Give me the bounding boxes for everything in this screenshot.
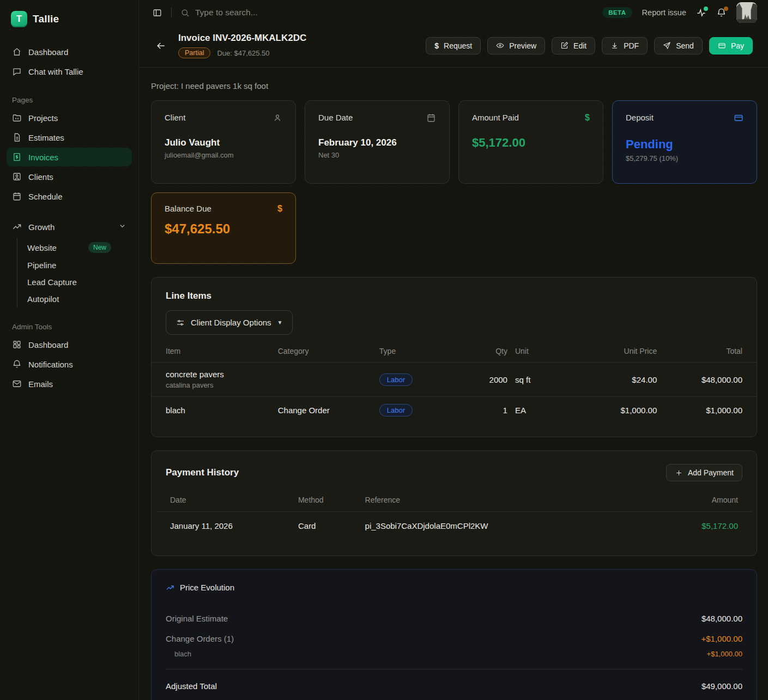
tallie-logo-icon: T <box>11 11 27 27</box>
back-button[interactable] <box>155 40 166 51</box>
price-evolution-section: Price Evolution Original Estimate $48,00… <box>151 569 757 700</box>
send-plane-icon <box>663 41 671 50</box>
edit-pen-icon <box>560 41 569 50</box>
request-button[interactable]: $ Request <box>426 37 481 55</box>
payment-method: Card <box>298 521 365 530</box>
table-row[interactable]: blach Change Order Labor 1 EA $1,000.00 … <box>152 397 757 424</box>
global-search <box>180 8 602 17</box>
edit-button[interactable]: Edit <box>552 37 595 55</box>
client-name: Julio Vaught <box>165 137 282 148</box>
sidebar-item-label: Clients <box>28 172 53 182</box>
item-name: concrete pavers <box>166 370 224 379</box>
sidebar-item-website[interactable]: Website New <box>17 238 132 257</box>
activity-status-button[interactable] <box>696 8 706 18</box>
sidebar-item-growth[interactable]: Growth <box>7 218 132 236</box>
sidebar-item-autopilot[interactable]: Autopilot <box>17 291 132 307</box>
topbar: BETA Report issue <box>139 0 768 25</box>
sidebar-item-label: Invoices <box>28 153 58 162</box>
sidebar-item-notifications[interactable]: Notifications <box>7 355 132 373</box>
dollar-icon: $ <box>585 113 590 123</box>
sidebar-item-clients[interactable]: Clients <box>7 167 132 186</box>
table-row: January 11, 2026 Card pi_3Sobi7CaXDjdola… <box>156 512 752 536</box>
change-orders-row: Change Orders (1) +$1,000.00 <box>166 634 742 643</box>
layout-grid-icon <box>12 340 22 349</box>
search-input[interactable] <box>195 8 424 17</box>
sidebar-item-label: Chat with Tallie <box>28 67 83 76</box>
labor-type-badge: Labor <box>379 404 413 417</box>
client-display-options-button[interactable]: Client Display Options ▼ <box>166 310 293 335</box>
summary-cards: Client Julio Vaught julioemail@gmail.com… <box>151 100 757 184</box>
eye-icon <box>496 41 504 50</box>
sidebar-item-lead-capture[interactable]: Lead Capture <box>17 274 132 291</box>
sidebar-item-estimates[interactable]: Estimates <box>7 128 132 147</box>
payment-history-section: Payment History Add Payment Date Method … <box>151 450 757 556</box>
balance-due-card-label: Balance Due <box>165 204 211 213</box>
mail-icon <box>12 379 22 389</box>
topbar-divider <box>171 8 172 17</box>
add-payment-button[interactable]: Add Payment <box>666 464 742 481</box>
invoice-actions: $ Request Preview Edit PDF Send <box>426 37 753 55</box>
sidebar-nav-admin: Dashboard Notifications Emails <box>7 335 132 393</box>
price-evolution-title: Price Evolution <box>180 583 234 592</box>
send-button[interactable]: Send <box>654 37 703 55</box>
calendar-icon <box>12 191 22 201</box>
col-total: Total <box>657 347 742 355</box>
pdf-button-label: PDF <box>624 41 639 50</box>
item-name: blach <box>166 406 185 415</box>
adjusted-total-value: $49,000.00 <box>702 681 742 691</box>
sidebar-item-emails[interactable]: Emails <box>7 375 132 393</box>
preview-button-label: Preview <box>509 41 536 50</box>
line-items-header-row: Item Category Type Qty Unit Unit Price T… <box>152 347 757 363</box>
sidebar-item-dashboard[interactable]: Dashboard <box>7 43 132 61</box>
payment-date: January 11, 2026 <box>170 521 298 530</box>
app-window: T Tallie Dashboard Chat with Tallie Page… <box>0 0 768 700</box>
sidebar-item-label: Growth <box>28 222 55 232</box>
price-evolution-divider <box>166 669 742 669</box>
dollar-icon: $ <box>434 41 439 50</box>
sidebar-item-invoices[interactable]: Invoices <box>7 148 132 166</box>
deposit-card: Deposit Pending $5,279.75 (10%) <box>612 100 757 184</box>
pdf-button[interactable]: PDF <box>602 37 648 55</box>
sidebar-item-pipeline[interactable]: Pipeline <box>17 257 132 274</box>
sidebar-item-label: Autopilot <box>27 294 59 304</box>
sidebar-item-chat[interactable]: Chat with Tallie <box>7 62 132 81</box>
preview-button[interactable]: Preview <box>487 37 545 55</box>
due-date-card-label: Due Date <box>318 113 353 122</box>
unit-price-cell: $1,000.00 <box>566 406 657 415</box>
payment-history-title: Payment History <box>166 467 239 478</box>
clients-icon <box>12 172 22 182</box>
col-unit: Unit <box>507 347 566 355</box>
change-order-item-label: blach <box>166 650 191 658</box>
unit-price-cell: $24.00 <box>566 375 657 384</box>
credit-card-icon <box>718 41 726 50</box>
report-issue-link[interactable]: Report issue <box>642 8 686 17</box>
unit-cell: EA <box>507 406 566 415</box>
sidebar-item-projects[interactable]: Projects <box>7 108 132 127</box>
client-card: Client Julio Vaught julioemail@gmail.com <box>151 100 296 184</box>
request-button-label: Request <box>444 41 472 50</box>
payment-header-row: Date Method Reference Amount <box>156 496 752 512</box>
price-evolution-rows: Original Estimate $48,000.00 Change Orde… <box>166 614 742 691</box>
pay-button[interactable]: Pay <box>709 37 753 55</box>
deposit-detail: $5,279.75 (10%) <box>626 154 743 162</box>
table-row[interactable]: concrete pavers catalina pavers Labor 20… <box>152 363 757 397</box>
change-orders-label: Change Orders (1) <box>166 634 234 643</box>
sidebar-item-label: Notifications <box>28 360 73 369</box>
sidebar-item-schedule[interactable]: Schedule <box>7 187 132 206</box>
sidebar-item-admin-dashboard[interactable]: Dashboard <box>7 335 132 354</box>
notifications-button[interactable] <box>716 8 727 18</box>
col-unit-price: Unit Price <box>566 347 657 355</box>
client-card-label: Client <box>165 113 185 122</box>
user-avatar[interactable] <box>736 2 757 23</box>
chat-icon <box>12 67 22 76</box>
original-estimate-label: Original Estimate <box>166 614 228 623</box>
item-cell: concrete pavers catalina pavers <box>166 370 278 389</box>
sidebar-toggle-button[interactable] <box>152 8 162 18</box>
trending-up-icon <box>12 222 22 232</box>
sidebar-item-label: Dashboard <box>28 47 68 57</box>
payment-history-table: Date Method Reference Amount January 11,… <box>156 496 752 536</box>
price-evolution-header: Price Evolution <box>166 583 742 592</box>
col-item: Item <box>166 347 278 355</box>
chevron-down-icon[interactable] <box>118 222 126 232</box>
sidebar-item-label: Dashboard <box>28 340 68 349</box>
